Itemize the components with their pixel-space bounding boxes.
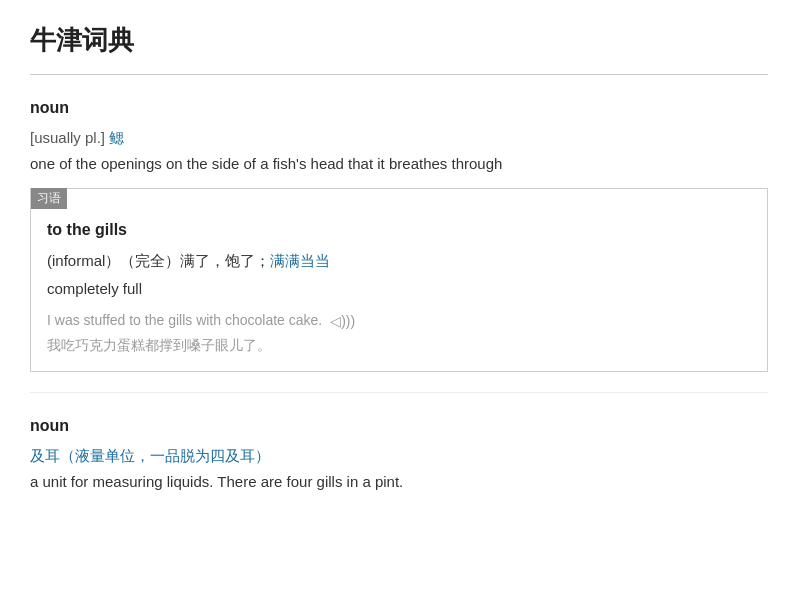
idiom-def-cn-prefix: (informal）（完全）满了，饱了； [47,252,270,269]
idiom-example-en: I was stuffed to the gills with chocolat… [47,309,751,332]
entry1-cn-char: 鳃 [109,129,124,146]
entry1-en-definition: one of the openings on the side of a fis… [30,152,768,176]
idiom-def-cn-link[interactable]: 满满当当 [270,252,330,269]
entry2-cn-definition: 及耳（液量单位，一品脱为四及耳） [30,444,768,468]
idiom-example-en-text: I was stuffed to the gills with chocolat… [47,312,322,328]
pos-label-1: noun [30,95,768,121]
bracket-label: [usually pl.] [30,129,105,146]
entry1-cn-definition: [usually pl.] 鳃 [30,126,768,150]
idiom-box: 习语 to the gills (informal）（完全）满了，饱了；满满当当… [30,188,768,371]
speaker-icon[interactable]: ◁))) [330,310,355,332]
pos-label-2: noun [30,413,768,439]
idiom-def-cn: (informal）（完全）满了，饱了；满满当当 [47,249,751,273]
idiom-content: to the gills (informal）（完全）满了，饱了；满满当当 co… [47,217,751,356]
page-title: 牛津词典 [30,20,768,75]
section-divider [30,392,768,393]
entry-1-section: noun [usually pl.] 鳃 one of the openings… [30,95,768,372]
entry2-en-definition: a unit for measuring liquids. There are … [30,470,768,494]
entry-2-section: noun 及耳（液量单位，一品脱为四及耳） a unit for measuri… [30,413,768,495]
idiom-title: to the gills [47,217,751,243]
idiom-example-cn: 我吃巧克力蛋糕都撑到嗓子眼儿了。 [47,334,751,356]
idiom-def-en: completely full [47,277,751,301]
idiom-tag: 习语 [31,188,67,209]
